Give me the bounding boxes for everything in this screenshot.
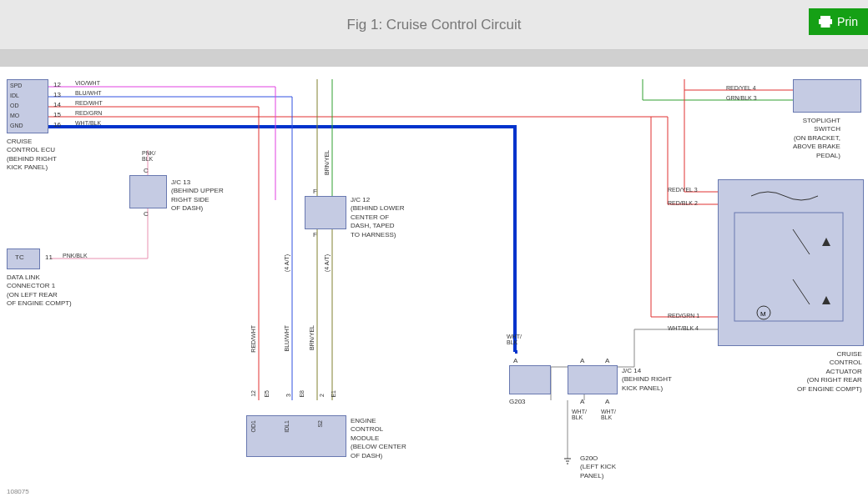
jc13-desc: J/C 13 (BEHIND UPPER RIGHT SIDE OF DASH) [171, 178, 224, 213]
vert-brnyel2: BRN/YEL [324, 150, 330, 175]
vert-bluwht: BLU/WHT [284, 325, 290, 352]
g203-name: G203 [509, 398, 526, 406]
print-button[interactable]: Prin [809, 8, 868, 35]
ecu-desc: CRUISE CONTROL ECU (BEHIND RIGHT KICK PA… [7, 138, 57, 173]
ecm-n2: E5 [264, 390, 270, 398]
page-title: Fig 1: Cruise Control Circuit [347, 17, 522, 33]
jc14-a1: A [580, 357, 584, 364]
ecu-num-13: 13 [53, 91, 61, 98]
jc13-box [129, 175, 167, 208]
actuator-desc: CRUISE CONTROL ACTUATOR (ON RIGHT REAR O… [797, 350, 862, 394]
ecu-num-14: 14 [53, 101, 61, 108]
ecu-pin-mo: MO [10, 113, 19, 118]
dlc-desc: DATA LINK CONNECTOR 1 (ON LEFT REAR OF E… [7, 274, 72, 309]
ecm-idl1: IDL1 [284, 420, 290, 433]
jc14-a3: A [580, 398, 584, 405]
stoplight-w1: RED/YEL 4 [726, 85, 756, 91]
stoplight-desc: STOPLIGHT SWITCH (ON BRACKET, ABOVE BRAK… [793, 117, 840, 160]
jc14-a4: A [605, 398, 609, 405]
jc12-desc: J/C 12 (BEHIND LOWER CENTER OF DASH, TAP… [351, 196, 404, 239]
gray-divider [0, 50, 868, 67]
g203-box [509, 365, 551, 394]
vert-brnyel: BRN/YEL [309, 325, 315, 350]
act-w1: RED/YEL 3 [668, 187, 698, 193]
ecm-box [246, 415, 346, 457]
wire-viowht: VIO/WHT [75, 80, 100, 86]
ecu-num-15: 15 [53, 111, 61, 118]
ecm-s2: S2 [317, 420, 323, 428]
jc12-f1: F [313, 188, 317, 195]
vert-at2: (4 A/T) [324, 254, 330, 272]
jc14-box [568, 365, 618, 394]
jc13-c2: C [144, 210, 149, 218]
wire-bluwht: BLU/WHT [75, 90, 102, 96]
ecm-n6: E1 [331, 390, 336, 398]
wire-redgrn: RED/GRN [75, 110, 102, 116]
svg-rect-40 [734, 213, 843, 321]
g203-wht: WHT/ BLK [507, 334, 522, 345]
ecu-pin-od: OD [10, 103, 19, 108]
act-w4: WHT/BLK 4 [668, 325, 699, 331]
wire-redwht: RED/WHT [75, 100, 103, 106]
ecu-num-16: 16 [53, 121, 61, 128]
jc13-c1: C [144, 167, 149, 174]
ecm-n4: E8 [299, 390, 305, 398]
jc14-a2: A [605, 357, 609, 364]
jc12-box [305, 196, 346, 229]
jc14-wht1: WHT/ BLK [572, 409, 587, 420]
ecm-od1: OD1 [250, 420, 256, 432]
act-w3: RED/GRN 1 [668, 313, 699, 319]
act-w2: RED/BLK 2 [668, 200, 698, 206]
ecu-pin-gnd: GND [10, 123, 23, 128]
print-icon [819, 16, 832, 28]
svg-rect-2 [821, 23, 830, 28]
stoplight-w2: GRN/BLK 3 [726, 95, 757, 101]
ecm-n5: 2 [319, 394, 325, 397]
jc14-desc: J/C 14 (BEHIND RIGHT KICK PANEL) [622, 367, 672, 393]
motor-m-icon: M [760, 310, 766, 318]
dlc-color: PNK/BLK [63, 253, 88, 259]
wiring-diagram: SPD IDL OD MO GND 12 13 14 15 16 VIO/WHT… [0, 67, 868, 497]
ecm-n3: 3 [285, 394, 291, 397]
g200-name: G20O (LEFT KICK PANEL) [580, 454, 616, 480]
wire-whtblk: WHT/BLK [75, 120, 101, 126]
ecm-desc: ENGINE CONTROL MODULE (BELOW CENTER OF D… [351, 417, 406, 460]
image-id: 108075 [7, 488, 29, 495]
vert-redwht: RED/WHT [250, 325, 256, 353]
vert-at1: (4 A/T) [284, 254, 290, 272]
ecm-n1: 12 [250, 390, 256, 397]
stoplight-box [793, 79, 861, 113]
jc12-f2: F [313, 231, 317, 238]
g203-a: A [513, 357, 517, 364]
print-label: Prin [837, 15, 858, 28]
jc14-wht2: WHT/ BLK [601, 409, 616, 420]
dlc-num: 11 [45, 254, 53, 261]
jc13-pnkblk: PNK/ BLK [142, 150, 155, 162]
ecu-pin-spd: SPD [10, 83, 22, 88]
ecu-pin-idl: IDL [10, 93, 19, 98]
svg-rect-0 [820, 16, 830, 19]
dlc-tc: TC [15, 254, 24, 261]
ecu-num-12: 12 [53, 81, 61, 88]
